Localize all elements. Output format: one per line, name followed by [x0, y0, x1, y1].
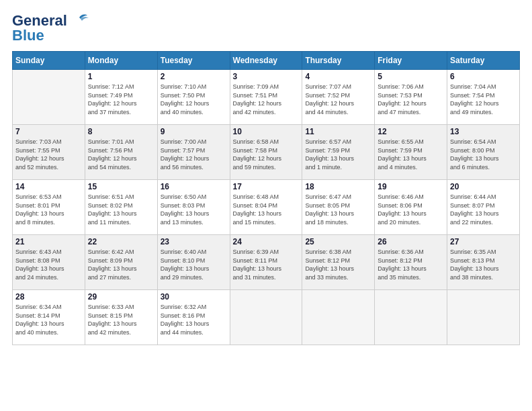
- calendar-cell: 4Sunrise: 7:07 AM Sunset: 7:52 PM Daylig…: [302, 70, 375, 125]
- day-info: Sunrise: 7:01 AM Sunset: 7:56 PM Dayligh…: [88, 138, 154, 171]
- day-number: 30: [161, 292, 227, 302]
- day-info: Sunrise: 6:47 AM Sunset: 8:05 PM Dayligh…: [305, 193, 371, 226]
- logo: General Blue: [12, 12, 89, 44]
- day-info: Sunrise: 7:04 AM Sunset: 7:54 PM Dayligh…: [450, 83, 517, 116]
- calendar-cell: 27Sunrise: 6:35 AM Sunset: 8:13 PM Dayli…: [447, 235, 520, 290]
- day-info: Sunrise: 6:44 AM Sunset: 8:07 PM Dayligh…: [450, 193, 517, 226]
- day-number: 16: [161, 182, 227, 191]
- day-info: Sunrise: 7:07 AM Sunset: 7:52 PM Dayligh…: [305, 83, 371, 116]
- day-info: Sunrise: 6:40 AM Sunset: 8:10 PM Dayligh…: [161, 248, 227, 281]
- day-info: Sunrise: 6:48 AM Sunset: 8:04 PM Dayligh…: [233, 193, 300, 226]
- day-info: Sunrise: 6:42 AM Sunset: 8:09 PM Dayligh…: [88, 248, 154, 281]
- calendar-cell: 3Sunrise: 7:09 AM Sunset: 7:51 PM Daylig…: [230, 70, 302, 125]
- weekday-header-saturday: Saturday: [447, 52, 520, 70]
- weekday-header-monday: Monday: [85, 52, 157, 70]
- day-number: 10: [233, 127, 300, 136]
- calendar-cell: 15Sunrise: 6:51 AM Sunset: 8:02 PM Dayli…: [85, 180, 157, 235]
- weekday-header-row: SundayMondayTuesdayWednesdayThursdayFrid…: [13, 52, 520, 70]
- day-info: Sunrise: 6:43 AM Sunset: 8:08 PM Dayligh…: [15, 248, 82, 281]
- day-number: 20: [450, 182, 517, 191]
- day-info: Sunrise: 7:03 AM Sunset: 7:55 PM Dayligh…: [15, 138, 82, 171]
- calendar-cell: 29Sunrise: 6:33 AM Sunset: 8:15 PM Dayli…: [85, 290, 157, 345]
- calendar-cell: [230, 290, 302, 345]
- calendar-cell: 2Sunrise: 7:10 AM Sunset: 7:50 PM Daylig…: [157, 70, 230, 125]
- calendar-cell: 8Sunrise: 7:01 AM Sunset: 7:56 PM Daylig…: [85, 125, 157, 180]
- day-number: 25: [305, 237, 371, 246]
- day-number: 22: [88, 237, 154, 246]
- calendar-cell: 7Sunrise: 7:03 AM Sunset: 7:55 PM Daylig…: [13, 125, 85, 180]
- weekday-header-sunday: Sunday: [13, 52, 85, 70]
- calendar-week-row: 21Sunrise: 6:43 AM Sunset: 8:08 PM Dayli…: [13, 235, 520, 290]
- day-number: 4: [305, 72, 371, 81]
- day-number: 7: [15, 127, 82, 136]
- calendar-cell: [447, 290, 520, 345]
- day-info: Sunrise: 6:51 AM Sunset: 8:02 PM Dayligh…: [88, 193, 154, 226]
- weekday-header-friday: Friday: [375, 52, 447, 70]
- calendar-cell: 21Sunrise: 6:43 AM Sunset: 8:08 PM Dayli…: [13, 235, 85, 290]
- day-number: 1: [88, 72, 154, 81]
- day-number: 26: [378, 237, 444, 246]
- weekday-header-wednesday: Wednesday: [230, 52, 302, 70]
- day-number: 24: [233, 237, 300, 246]
- calendar-week-row: 1Sunrise: 7:12 AM Sunset: 7:49 PM Daylig…: [13, 70, 520, 125]
- day-info: Sunrise: 7:00 AM Sunset: 7:57 PM Dayligh…: [161, 138, 227, 171]
- calendar-cell: 17Sunrise: 6:48 AM Sunset: 8:04 PM Dayli…: [230, 180, 302, 235]
- logo-blue-text: Blue: [12, 27, 44, 44]
- day-number: 8: [88, 127, 154, 136]
- day-number: 9: [161, 127, 227, 136]
- day-number: 27: [450, 237, 517, 246]
- calendar-cell: [375, 290, 447, 345]
- calendar-cell: 23Sunrise: 6:40 AM Sunset: 8:10 PM Dayli…: [157, 235, 230, 290]
- day-number: 28: [15, 292, 82, 302]
- calendar-week-row: 28Sunrise: 6:34 AM Sunset: 8:14 PM Dayli…: [13, 290, 520, 345]
- day-number: 19: [378, 182, 444, 191]
- day-number: 2: [161, 72, 227, 81]
- calendar-cell: 11Sunrise: 6:57 AM Sunset: 7:59 PM Dayli…: [302, 125, 375, 180]
- calendar-cell: 19Sunrise: 6:46 AM Sunset: 8:06 PM Dayli…: [375, 180, 447, 235]
- day-info: Sunrise: 6:39 AM Sunset: 8:11 PM Dayligh…: [233, 248, 300, 281]
- calendar-week-row: 14Sunrise: 6:53 AM Sunset: 8:01 PM Dayli…: [13, 180, 520, 235]
- day-info: Sunrise: 6:35 AM Sunset: 8:13 PM Dayligh…: [450, 248, 517, 281]
- logo-bird-icon: [70, 12, 89, 27]
- day-number: 21: [15, 237, 82, 246]
- page: General Blue SundayMondayTuesdayWednesda…: [0, 0, 532, 411]
- header: General Blue: [12, 12, 520, 44]
- day-number: 3: [233, 72, 300, 81]
- day-info: Sunrise: 6:38 AM Sunset: 8:12 PM Dayligh…: [305, 248, 371, 281]
- weekday-header-thursday: Thursday: [302, 52, 375, 70]
- day-info: Sunrise: 7:06 AM Sunset: 7:53 PM Dayligh…: [378, 83, 444, 116]
- day-info: Sunrise: 6:58 AM Sunset: 7:58 PM Dayligh…: [233, 138, 300, 171]
- day-number: 29: [88, 292, 154, 302]
- calendar-cell: 22Sunrise: 6:42 AM Sunset: 8:09 PM Dayli…: [85, 235, 157, 290]
- day-number: 17: [233, 182, 300, 191]
- calendar-cell: 10Sunrise: 6:58 AM Sunset: 7:58 PM Dayli…: [230, 125, 302, 180]
- day-info: Sunrise: 6:50 AM Sunset: 8:03 PM Dayligh…: [161, 193, 227, 226]
- weekday-header-tuesday: Tuesday: [157, 52, 230, 70]
- calendar-table: SundayMondayTuesdayWednesdayThursdayFrid…: [12, 51, 520, 345]
- day-number: 18: [305, 182, 371, 191]
- calendar-cell: 30Sunrise: 6:32 AM Sunset: 8:16 PM Dayli…: [157, 290, 230, 345]
- calendar-container: SundayMondayTuesdayWednesdayThursdayFrid…: [12, 51, 520, 345]
- day-number: 13: [450, 127, 517, 136]
- calendar-cell: 9Sunrise: 7:00 AM Sunset: 7:57 PM Daylig…: [157, 125, 230, 180]
- day-info: Sunrise: 7:09 AM Sunset: 7:51 PM Dayligh…: [233, 83, 300, 116]
- day-number: 12: [378, 127, 444, 136]
- calendar-cell: [302, 290, 375, 345]
- day-number: 5: [378, 72, 444, 81]
- calendar-cell: 26Sunrise: 6:36 AM Sunset: 8:12 PM Dayli…: [375, 235, 447, 290]
- day-info: Sunrise: 7:12 AM Sunset: 7:49 PM Dayligh…: [88, 83, 154, 116]
- calendar-cell: 16Sunrise: 6:50 AM Sunset: 8:03 PM Dayli…: [157, 180, 230, 235]
- day-info: Sunrise: 7:10 AM Sunset: 7:50 PM Dayligh…: [161, 83, 227, 116]
- calendar-cell: 20Sunrise: 6:44 AM Sunset: 8:07 PM Dayli…: [447, 180, 520, 235]
- calendar-cell: 13Sunrise: 6:54 AM Sunset: 8:00 PM Dayli…: [447, 125, 520, 180]
- calendar-cell: 28Sunrise: 6:34 AM Sunset: 8:14 PM Dayli…: [13, 290, 85, 345]
- day-number: 23: [161, 237, 227, 246]
- day-number: 6: [450, 72, 517, 81]
- calendar-cell: 18Sunrise: 6:47 AM Sunset: 8:05 PM Dayli…: [302, 180, 375, 235]
- day-number: 14: [15, 182, 82, 191]
- day-info: Sunrise: 6:57 AM Sunset: 7:59 PM Dayligh…: [305, 138, 371, 171]
- day-info: Sunrise: 6:54 AM Sunset: 8:00 PM Dayligh…: [450, 138, 517, 171]
- day-info: Sunrise: 6:32 AM Sunset: 8:16 PM Dayligh…: [161, 303, 227, 336]
- calendar-cell: 25Sunrise: 6:38 AM Sunset: 8:12 PM Dayli…: [302, 235, 375, 290]
- day-info: Sunrise: 6:53 AM Sunset: 8:01 PM Dayligh…: [15, 193, 82, 226]
